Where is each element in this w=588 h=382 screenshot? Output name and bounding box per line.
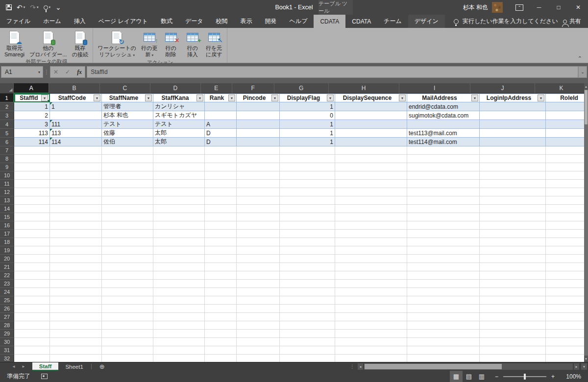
scroll-left-icon[interactable]: ◄	[358, 363, 363, 370]
touch-mode-button[interactable]: ▾	[44, 5, 51, 10]
cell-E17[interactable]	[205, 230, 237, 238]
cell-D23[interactable]	[153, 280, 205, 288]
cell-A4[interactable]: 3	[14, 120, 50, 129]
cell-K18[interactable]	[546, 238, 588, 246]
cell-A3[interactable]: 2	[14, 111, 50, 120]
cell-C26[interactable]	[102, 305, 153, 313]
cell-J17[interactable]	[480, 230, 546, 238]
cell-F15[interactable]	[237, 213, 280, 221]
cell-C8[interactable]	[102, 155, 153, 163]
cell-G9[interactable]	[280, 163, 335, 171]
cell-C4[interactable]: テスト	[102, 120, 153, 129]
cell-H21[interactable]	[335, 263, 407, 271]
cell-G10[interactable]	[280, 171, 335, 180]
cell-I5[interactable]: test113@mail.com	[407, 129, 480, 138]
cell-I2[interactable]: endrid@cdata.com	[407, 102, 480, 111]
column-header-D[interactable]: D	[150, 83, 201, 94]
user-name[interactable]: 杉本 和也	[463, 3, 488, 12]
cell-F22[interactable]	[237, 271, 280, 280]
cell-F27[interactable]	[237, 313, 280, 321]
cell-D7[interactable]	[153, 146, 205, 155]
column-header-C[interactable]: C	[100, 83, 150, 94]
column-header-F[interactable]: F	[232, 83, 274, 94]
enter-icon[interactable]: ✓	[65, 69, 70, 75]
cell-C23[interactable]	[102, 280, 153, 288]
cell-G2[interactable]: 1	[280, 102, 335, 111]
cell-B21[interactable]	[50, 263, 102, 271]
cell-J31[interactable]	[480, 346, 546, 355]
cell-E4[interactable]: A	[205, 120, 237, 129]
cell-E25[interactable]	[205, 296, 237, 305]
row-header-14[interactable]: 14	[0, 205, 14, 213]
formula-input[interactable]: StaffId	[87, 66, 578, 78]
cell-H23[interactable]	[335, 280, 407, 288]
cell-J28[interactable]	[480, 321, 546, 330]
cell-I4[interactable]	[407, 120, 480, 129]
cell-A17[interactable]	[14, 230, 50, 238]
cell-F3[interactable]	[237, 111, 280, 120]
cell-A32[interactable]	[14, 355, 50, 362]
tab-cdata[interactable]: CDATA	[345, 15, 377, 28]
tab-ホーム[interactable]: ホーム	[37, 15, 68, 28]
cell-E10[interactable]	[205, 171, 237, 180]
cell-D20[interactable]	[153, 255, 205, 263]
row-header-17[interactable]: 17	[0, 230, 14, 238]
cell-K12[interactable]	[546, 188, 588, 196]
next-sheet-icon[interactable]: ►	[22, 364, 25, 369]
cell-B5[interactable]: 113	[50, 129, 102, 138]
cell-K2[interactable]	[546, 102, 588, 111]
share-button[interactable]: 共有	[563, 15, 581, 28]
cell-D2[interactable]: カンリシャ	[153, 102, 205, 111]
cell-F29[interactable]	[237, 330, 280, 338]
table-header-cell[interactable]: Rank▼	[205, 94, 237, 102]
cell-G29[interactable]	[280, 330, 335, 338]
cell-J32[interactable]	[480, 355, 546, 362]
cell-J19[interactable]	[480, 246, 546, 255]
cell-H7[interactable]	[335, 146, 407, 155]
cell-I17[interactable]	[407, 230, 480, 238]
cell-H22[interactable]	[335, 271, 407, 280]
cell-I26[interactable]	[407, 305, 480, 313]
cell-I22[interactable]	[407, 271, 480, 280]
cell-A18[interactable]	[14, 238, 50, 246]
row-header-1[interactable]: 1	[0, 94, 14, 102]
cell-F4[interactable]	[237, 120, 280, 129]
row-header-23[interactable]: 23	[0, 280, 14, 288]
cell-C28[interactable]	[102, 321, 153, 330]
cell-A6[interactable]: 114	[14, 138, 50, 146]
row-header-5[interactable]: 5	[0, 129, 14, 138]
cell-H13[interactable]	[335, 196, 407, 205]
cell-I7[interactable]	[407, 146, 480, 155]
cell-G26[interactable]	[280, 305, 335, 313]
prev-sheet-icon[interactable]: ◄	[12, 364, 16, 369]
row-header-29[interactable]: 29	[0, 330, 14, 338]
cell-F12[interactable]	[237, 188, 280, 196]
cell-J13[interactable]	[480, 196, 546, 205]
cell-D14[interactable]	[153, 205, 205, 213]
avatar[interactable]	[492, 2, 503, 13]
cell-D12[interactable]	[153, 188, 205, 196]
cell-A10[interactable]	[14, 171, 50, 180]
cell-B30[interactable]	[50, 338, 102, 346]
cell-G14[interactable]	[280, 205, 335, 213]
vertical-scrollbar[interactable]: ▲ ▼	[584, 83, 588, 362]
cell-B2[interactable]: 1	[50, 102, 102, 111]
cell-G15[interactable]	[280, 213, 335, 221]
cell-I24[interactable]	[407, 288, 480, 296]
cell-A11[interactable]	[14, 180, 50, 188]
cell-D3[interactable]: スギモトカズヤ	[153, 111, 205, 120]
cell-I28[interactable]	[407, 321, 480, 330]
cell-D28[interactable]	[153, 321, 205, 330]
cell-F18[interactable]	[237, 238, 280, 246]
cell-A7[interactable]	[14, 146, 50, 155]
tab-ヘルプ[interactable]: ヘルプ	[283, 15, 314, 28]
row-header-3[interactable]: 3	[0, 111, 14, 120]
row-header-7[interactable]: 7	[0, 146, 14, 155]
cell-B10[interactable]	[50, 171, 102, 180]
cell-E18[interactable]	[205, 238, 237, 246]
cell-A22[interactable]	[14, 271, 50, 280]
cell-K6[interactable]	[546, 138, 588, 146]
cell-K25[interactable]	[546, 296, 588, 305]
cell-H8[interactable]	[335, 155, 407, 163]
cell-D16[interactable]	[153, 221, 205, 230]
